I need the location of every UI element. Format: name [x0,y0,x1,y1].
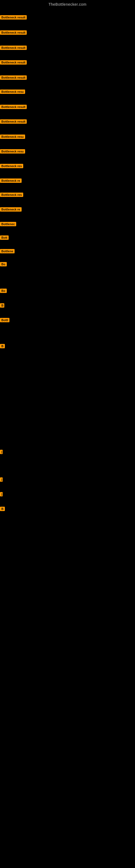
bottleneck-badge-13[interactable]: Bottleneck res [0,193,23,198]
bottleneck-badge-2[interactable]: Bottleneck result [0,30,27,36]
bottleneck-badge-1[interactable]: Bottleneck result [0,15,27,21]
bottleneck-badge-16[interactable]: Bott [0,236,9,241]
bottleneck-badge-25[interactable]: | [0,492,3,497]
bottleneck-badge-18[interactable]: Bo [0,262,7,268]
bottleneck-badge-6[interactable]: Bottleneck resu [0,90,25,95]
bottleneck-badge-12[interactable]: Bottleneck re [0,179,21,184]
bottleneck-badge-7[interactable]: Bottleneck result [0,105,27,110]
bottleneck-badge-9[interactable]: Bottleneck resu [0,134,25,140]
bottleneck-badge-5[interactable]: Bottleneck result [0,75,27,81]
bottleneck-badge-26[interactable]: B [0,507,5,512]
bottleneck-badge-19[interactable]: Bo [0,289,7,294]
bottleneck-badge-17[interactable]: Bottlene [0,249,14,254]
bottleneck-badge-8[interactable]: Bottleneck result [0,119,27,125]
bottleneck-badge-11[interactable]: Bottleneck res [0,164,23,169]
bottleneck-badge-21[interactable]: Bottl [0,318,9,323]
bottleneck-badge-23[interactable]: | [0,450,3,455]
bottleneck-badge-15[interactable]: Bottlenec [0,222,16,227]
bottleneck-badge-20[interactable]: B [0,303,4,309]
bottleneck-badge-3[interactable]: Bottleneck result [0,45,27,51]
bottleneck-badge-22[interactable]: B [0,344,5,349]
bottleneck-badge-10[interactable]: Bottleneck resu [0,149,25,155]
bottleneck-badge-24[interactable]: | [0,477,3,483]
bottleneck-badge-14[interactable]: Bottleneck re [0,207,21,213]
site-title: TheBottlenecker.com [0,0,135,8]
bottleneck-badge-4[interactable]: Bottleneck result [0,60,27,66]
